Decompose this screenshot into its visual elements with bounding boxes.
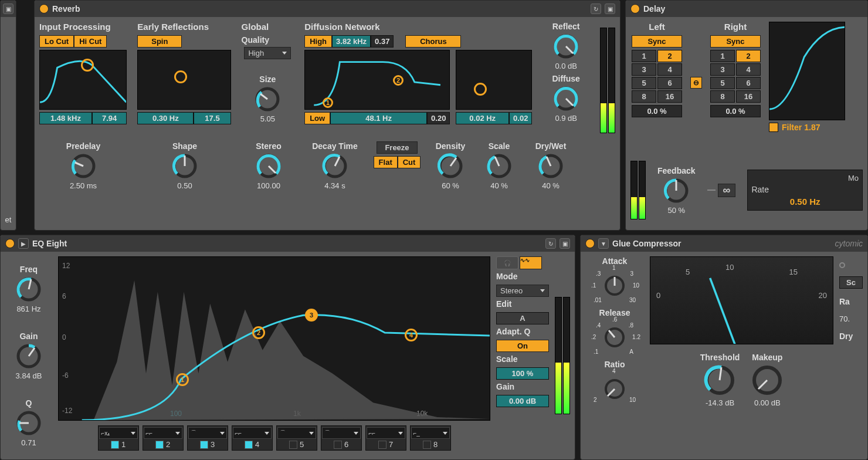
- drywet-knob[interactable]: [538, 153, 564, 179]
- density-knob[interactable]: [438, 153, 463, 179]
- save-icon[interactable]: ▣: [3, 4, 13, 14]
- predelay-knob[interactable]: [70, 153, 96, 179]
- left-beat-6[interactable]: 6: [657, 77, 682, 89]
- collapse-icon[interactable]: ▼: [598, 238, 609, 249]
- input-filter-display[interactable]: [39, 50, 127, 110]
- rate-value[interactable]: 0.50 Hz: [751, 197, 859, 207]
- right-sync-toggle[interactable]: Sync: [710, 35, 761, 48]
- analyzer-toggle[interactable]: ∿∿: [520, 256, 542, 269]
- right-offset[interactable]: 0.0 %: [710, 105, 761, 117]
- device-enable[interactable]: [39, 4, 49, 13]
- band-selector-3[interactable]: ⌒3: [187, 425, 228, 451]
- diffuse-knob[interactable]: [553, 86, 579, 111]
- flat-toggle[interactable]: Flat: [374, 156, 398, 168]
- left-beat-16[interactable]: 16: [657, 90, 682, 103]
- band-selector-6[interactable]: ⌒6: [321, 425, 362, 451]
- left-sync-toggle[interactable]: Sync: [632, 35, 682, 48]
- spin-freq[interactable]: 0.30 Hz: [137, 112, 194, 124]
- stereo-knob[interactable]: [256, 153, 282, 179]
- reflect-knob[interactable]: [553, 33, 579, 59]
- expand-icon[interactable]: ▶: [18, 238, 29, 249]
- quality-dropdown[interactable]: High: [244, 47, 291, 59]
- adaptq-label: Adapt. Q: [496, 327, 549, 336]
- eq-spectrum-display[interactable]: 12 6 0 -6 -12 100 1k 10k 1 2 3 4: [58, 256, 490, 421]
- delay-filter-display[interactable]: [769, 22, 845, 120]
- adaptq-toggle[interactable]: On: [496, 340, 549, 352]
- link-channels-icon[interactable]: ⊖: [690, 77, 702, 89]
- filter-value[interactable]: 1.87: [802, 123, 820, 132]
- spin-amount[interactable]: 17.5: [194, 112, 230, 124]
- edit-channel[interactable]: A: [496, 312, 549, 324]
- size-knob[interactable]: [255, 86, 280, 112]
- sc-button[interactable]: Sc: [839, 276, 863, 289]
- decay-knob[interactable]: [322, 153, 348, 179]
- right-beat-6[interactable]: 6: [736, 77, 761, 89]
- scale-value[interactable]: 100 %: [496, 367, 549, 380]
- left-beat-8[interactable]: 8: [632, 90, 656, 103]
- band-selector-8[interactable]: ⌐_8: [410, 425, 451, 451]
- left-beat-5[interactable]: 5: [632, 77, 656, 89]
- makeup-knob[interactable]: [751, 364, 783, 396]
- scale-knob[interactable]: [486, 153, 512, 179]
- right-beat-2[interactable]: 2: [736, 50, 761, 62]
- freq-knob[interactable]: [16, 276, 42, 302]
- diff-low-freq[interactable]: 48.1 Hz: [330, 112, 427, 124]
- right-beat-3[interactable]: 3: [710, 63, 735, 76]
- gain-knob[interactable]: [16, 343, 42, 369]
- left-beat-4[interactable]: 4: [657, 63, 682, 76]
- mode-dropdown[interactable]: Stereo: [496, 285, 549, 297]
- device-enable[interactable]: [585, 239, 595, 248]
- q-knob[interactable]: [16, 410, 42, 436]
- diff-high-freq[interactable]: 3.82 kHz: [332, 35, 371, 48]
- left-beat-2[interactable]: 2: [657, 50, 682, 62]
- ratio-knob[interactable]: [602, 376, 628, 402]
- band-selector-5[interactable]: ⌒5: [276, 425, 317, 451]
- right-beat-16[interactable]: 16: [736, 90, 761, 103]
- shape-knob[interactable]: [172, 153, 198, 179]
- hi-cut-toggle[interactable]: Hi Cut: [74, 35, 107, 48]
- save-icon[interactable]: ▣: [605, 4, 615, 14]
- attack-knob[interactable]: [602, 273, 628, 299]
- filter-enable[interactable]: [769, 123, 778, 132]
- diff-high-toggle[interactable]: High: [304, 35, 332, 48]
- infinity-toggle[interactable]: ∞: [718, 184, 736, 197]
- device-enable[interactable]: [630, 4, 640, 13]
- release-knob[interactable]: [602, 324, 628, 350]
- chorus-toggle[interactable]: Chorus: [405, 35, 461, 48]
- eq-band-handle-4: 4: [405, 329, 418, 341]
- right-beat-8[interactable]: 8: [710, 90, 735, 103]
- left-beat-3[interactable]: 3: [632, 63, 656, 76]
- shape-label: Shape: [172, 141, 197, 151]
- band-selector-7[interactable]: ⌐⌐7: [365, 425, 406, 451]
- cut-toggle[interactable]: Cut: [398, 156, 421, 168]
- headphone-icon[interactable]: 🎧: [496, 256, 518, 269]
- band-selector-2[interactable]: ⌐⌐2: [143, 425, 184, 451]
- left-beat-1[interactable]: 1: [632, 50, 656, 62]
- band-selector-4[interactable]: ⌐⌐4: [232, 425, 273, 451]
- spin-toggle[interactable]: Spin: [137, 35, 182, 48]
- feedback-knob[interactable]: [663, 178, 689, 204]
- right-beat-5[interactable]: 5: [710, 77, 735, 89]
- save-icon[interactable]: ▣: [560, 238, 570, 249]
- freeze-toggle[interactable]: Freeze: [377, 141, 418, 154]
- input-q[interactable]: 7.94: [92, 112, 127, 124]
- spin-display[interactable]: [137, 50, 230, 110]
- left-offset[interactable]: 0.0 %: [632, 105, 682, 117]
- band-selector-1[interactable]: ⌐x₄1: [98, 425, 139, 451]
- diff-high-q[interactable]: 0.37: [371, 35, 394, 48]
- lo-cut-toggle[interactable]: Lo Cut: [39, 35, 74, 48]
- chorus-display[interactable]: [456, 50, 532, 110]
- chorus-amt[interactable]: 0.02: [509, 112, 532, 124]
- chorus-freq[interactable]: 0.02 Hz: [456, 112, 509, 124]
- diff-low-q[interactable]: 0.20: [427, 112, 450, 124]
- diff-low-toggle[interactable]: Low: [304, 112, 330, 124]
- input-freq[interactable]: 1.48 kHz: [39, 112, 92, 124]
- device-enable[interactable]: [5, 239, 15, 248]
- diff-filter-display[interactable]: 1 2: [304, 50, 450, 110]
- right-beat-4[interactable]: 4: [736, 63, 761, 76]
- refresh-icon[interactable]: ↻: [591, 4, 601, 14]
- refresh-icon[interactable]: ↻: [545, 238, 556, 249]
- out-gain-value[interactable]: 0.00 dB: [496, 395, 549, 407]
- threshold-knob[interactable]: [704, 364, 735, 396]
- right-beat-1[interactable]: 1: [710, 50, 735, 62]
